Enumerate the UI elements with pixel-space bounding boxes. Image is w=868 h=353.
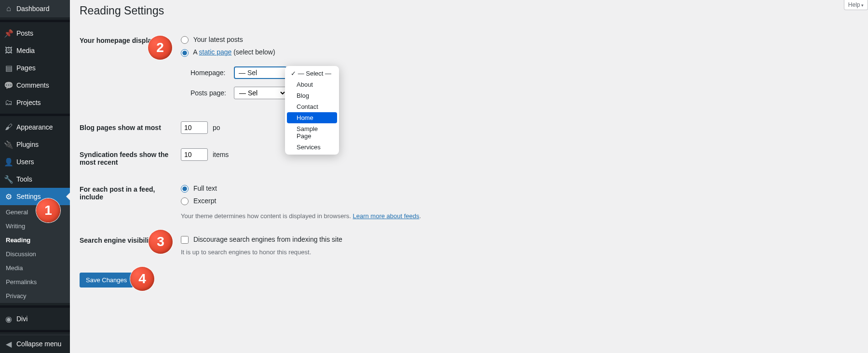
- sidebar-item-dashboard[interactable]: ⌂Dashboard: [0, 0, 70, 17]
- dropdown-option-select[interactable]: — Select —: [287, 68, 337, 79]
- radio-full-text-input[interactable]: [181, 185, 189, 193]
- sidebar-item-label: Users: [16, 158, 34, 166]
- dashboard-icon: ⌂: [4, 4, 14, 13]
- feed-description: Your theme determines how content is dis…: [181, 212, 421, 220]
- sidebar-item-media[interactable]: 🖼Media: [0, 42, 70, 59]
- sidebar-item-projects[interactable]: 🗂Projects: [0, 94, 70, 111]
- comment-icon: 💬: [4, 80, 14, 90]
- checkbox-discourage-input[interactable]: [181, 236, 189, 244]
- collapse-label: Collapse menu: [16, 340, 61, 348]
- sidebar-item-label: Media: [16, 47, 35, 54]
- pin-icon: 📌: [4, 28, 14, 38]
- wrench-icon: 🔧: [4, 174, 14, 184]
- page-title: Reading Settings: [80, 0, 858, 19]
- sidebar-item-label: Appearance: [16, 123, 53, 131]
- feed-include-label: For each post in a feed, include: [80, 176, 176, 227]
- sidebar-item-appearance[interactable]: 🖌Appearance: [0, 118, 70, 136]
- submenu-discussion[interactable]: Discussion: [0, 247, 70, 261]
- submenu-media[interactable]: Media: [0, 261, 70, 275]
- annotation-badge-4: 4: [130, 267, 154, 291]
- search-visibility-label: Search engine visibility 3: [80, 227, 176, 263]
- dropdown-option-services[interactable]: Services: [287, 142, 337, 153]
- sidebar-item-divi[interactable]: ◉Divi: [0, 310, 70, 327]
- blog-pages-unit: po: [213, 124, 220, 131]
- brush-icon: 🖌: [4, 122, 14, 132]
- sidebar-item-label: Divi: [16, 315, 27, 323]
- submenu-writing[interactable]: Writing: [0, 219, 70, 233]
- user-icon: 👤: [4, 157, 14, 167]
- radio-static-page[interactable]: A static page (select below): [181, 47, 421, 57]
- admin-sidebar: ⌂Dashboard 📌Posts 🖼Media ▤Pages 💬Comment…: [0, 0, 70, 353]
- blog-pages-input[interactable]: [181, 121, 208, 134]
- submenu-reading[interactable]: Reading: [0, 233, 70, 247]
- syndication-input[interactable]: [181, 148, 208, 161]
- radio-latest-posts-label: Your latest posts: [193, 36, 243, 43]
- posts-page-select-label: Posts page:: [190, 89, 234, 97]
- radio-static-suffix: (select below): [231, 48, 275, 56]
- sidebar-item-label: Settings: [16, 193, 41, 200]
- gear-icon: ⚙: [4, 192, 14, 201]
- projects-icon: 🗂: [4, 98, 14, 107]
- checkbox-discourage-label: Discourage search engines from indexing …: [193, 235, 342, 243]
- settings-submenu: General Writing Reading Discussion Media…: [0, 205, 70, 303]
- homepage-dropdown-menu: — Select — About Blog Contact Home Sampl…: [285, 66, 339, 155]
- radio-excerpt-label: Excerpt: [193, 197, 216, 205]
- radio-latest-posts[interactable]: Your latest posts: [181, 34, 421, 45]
- sidebar-item-tools[interactable]: 🔧Tools: [0, 170, 70, 188]
- sidebar-item-label: Tools: [16, 175, 32, 183]
- radio-static-page-input[interactable]: [181, 49, 189, 57]
- pages-icon: ▤: [4, 63, 14, 73]
- radio-excerpt[interactable]: Excerpt: [181, 196, 421, 206]
- divi-icon: ◉: [4, 314, 14, 324]
- media-icon: 🖼: [4, 46, 14, 55]
- dropdown-option-blog[interactable]: Blog: [287, 90, 337, 101]
- annotation-badge-1: 1: [36, 198, 60, 222]
- save-changes-button[interactable]: Save Changes: [80, 273, 133, 288]
- dropdown-option-sample-page[interactable]: Sample Page: [287, 123, 337, 142]
- sidebar-item-label: Posts: [16, 29, 33, 37]
- sidebar-item-label: Plugins: [16, 141, 39, 148]
- submenu-privacy[interactable]: Privacy: [0, 289, 70, 303]
- collapse-menu-button[interactable]: ◀Collapse menu: [0, 335, 70, 353]
- radio-full-text-label: Full text: [193, 184, 217, 192]
- sidebar-item-pages[interactable]: ▤Pages: [0, 59, 70, 77]
- homepage-select-label: Homepage:: [190, 69, 234, 77]
- sidebar-item-users[interactable]: 👤Users: [0, 153, 70, 170]
- sidebar-item-label: Pages: [16, 64, 36, 72]
- blog-pages-label: Blog pages show at most: [80, 114, 176, 141]
- help-tab[interactable]: Help: [844, 0, 868, 10]
- homepage-select[interactable]: — Sel: [234, 66, 287, 79]
- syndication-unit: items: [213, 151, 229, 158]
- dropdown-option-about[interactable]: About: [287, 79, 337, 90]
- sidebar-item-label: Dashboard: [16, 5, 50, 13]
- checkbox-discourage[interactable]: Discourage search engines from indexing …: [181, 234, 421, 245]
- learn-more-feeds-link[interactable]: Learn more about feeds: [353, 212, 419, 220]
- sidebar-item-posts[interactable]: 📌Posts: [0, 25, 70, 42]
- sidebar-item-settings[interactable]: ⚙Settings: [0, 188, 70, 205]
- search-description: It is up to search engines to honor this…: [181, 248, 421, 256]
- dropdown-option-home[interactable]: Home: [287, 112, 337, 123]
- posts-page-select[interactable]: — Sel: [234, 87, 287, 99]
- static-page-link[interactable]: static page: [199, 48, 232, 56]
- sidebar-item-label: Projects: [16, 99, 41, 106]
- dropdown-option-contact[interactable]: Contact: [287, 101, 337, 112]
- annotation-badge-3: 3: [149, 230, 173, 254]
- radio-static-prefix: A: [193, 48, 199, 56]
- sidebar-item-label: Comments: [16, 81, 49, 89]
- radio-full-text[interactable]: Full text: [181, 183, 421, 194]
- radio-latest-posts-input[interactable]: [181, 36, 189, 44]
- submenu-permalinks[interactable]: Permalinks: [0, 275, 70, 289]
- sidebar-item-plugins[interactable]: 🔌Plugins: [0, 136, 70, 153]
- syndication-label: Syndication feeds show the most recent: [80, 141, 176, 176]
- collapse-icon: ◀: [4, 339, 14, 349]
- radio-excerpt-input[interactable]: [181, 197, 189, 205]
- sidebar-item-comments[interactable]: 💬Comments: [0, 77, 70, 94]
- main-content: Help Reading Settings Your homepage disp…: [70, 0, 868, 353]
- annotation-badge-2: 2: [148, 36, 172, 60]
- plugin-icon: 🔌: [4, 140, 14, 149]
